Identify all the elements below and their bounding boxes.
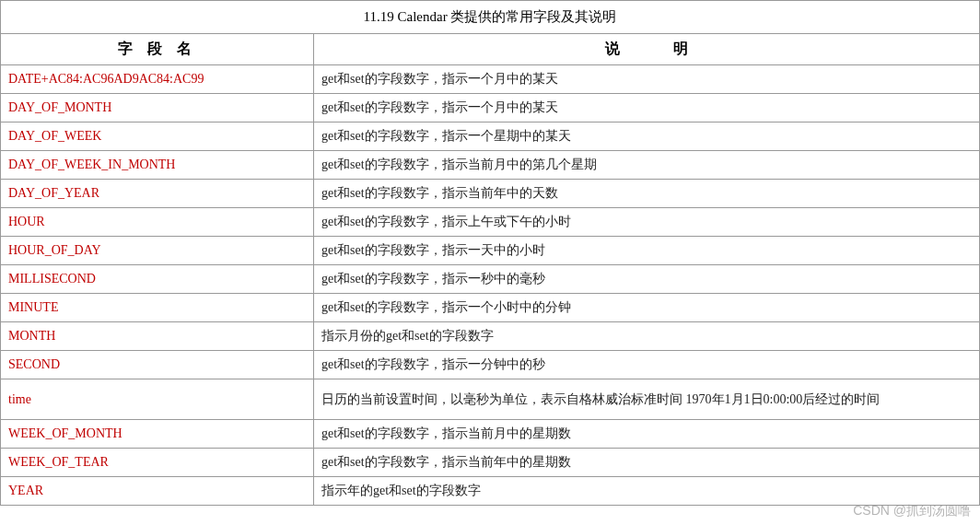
table-row: WEEK_OF_MONTHget和set的字段数字，指示当前月中的星期数: [1, 420, 980, 449]
table-row: HOUR_OF_DAYget和set的字段数字，指示一天中的小时: [1, 237, 980, 265]
table-row: SECONDget和set的字段数字，指示一分钟中的秒: [1, 351, 980, 379]
description-cell: get和set的字段数字，指示一秒中的毫秒: [314, 265, 980, 294]
table-row: DAY_OF_WEEKget和set的字段数字，指示一个星期中的某天: [1, 122, 980, 151]
description-cell: get和set的字段数字，指示一个月中的某天: [314, 94, 980, 122]
field-name-cell: MILLISECOND: [1, 265, 314, 294]
header-desc-part-b: 明: [673, 41, 688, 56]
description-cell: get和set的字段数字，指示当前年中的天数: [314, 180, 980, 208]
description-cell: 日历的当前设置时间，以毫秒为单位，表示自格林威治标准时间 1970年1月1日0:…: [314, 379, 980, 420]
description-cell: get和set的字段数字，指示一天中的小时: [314, 237, 980, 265]
table-header-row: 字 段 名 说 明: [1, 34, 980, 65]
field-name-cell: MINUTE: [1, 294, 314, 322]
table-row: DAY_OF_YEARget和set的字段数字，指示当前年中的天数: [1, 180, 980, 208]
description-cell: get和set的字段数字，指示上午或下午的小时: [314, 208, 980, 237]
description-cell: get和set的字段数字，指示一个小时中的分钟: [314, 294, 980, 322]
description-cell: get和set的字段数字，指示一个月中的某天: [314, 65, 980, 94]
description-cell: get和set的字段数字，指示当前月中的星期数: [314, 420, 980, 449]
table-row: MINUTEget和set的字段数字，指示一个小时中的分钟: [1, 294, 980, 322]
table-row: MONTH指示月份的get和set的字段数字: [1, 322, 980, 351]
description-cell: 指示月份的get和set的字段数字: [314, 322, 980, 351]
table-row: DAY_OF_WEEK_IN_MONTHget和set的字段数字，指示当前月中的…: [1, 151, 980, 180]
table-title: 11.19 Calendar 类提供的常用字段及其说明: [1, 1, 980, 34]
calendar-fields-table: 11.19 Calendar 类提供的常用字段及其说明 字 段 名 说 明 DA…: [0, 0, 980, 506]
description-cell: get和set的字段数字，指示当前月中的第几个星期: [314, 151, 980, 180]
table-row: DAY_OF_MONTHget和set的字段数字，指示一个月中的某天: [1, 94, 980, 122]
field-name-cell: SECOND: [1, 351, 314, 379]
field-name-cell: HOUR: [1, 208, 314, 237]
field-name-cell: DAY_OF_MONTH: [1, 94, 314, 122]
field-name-cell: DATE+AC84:AC96AD9AC84:AC99: [1, 65, 314, 94]
table-row: MILLISECONDget和set的字段数字，指示一秒中的毫秒: [1, 265, 980, 294]
description-cell: get和set的字段数字，指示一分钟中的秒: [314, 351, 980, 379]
field-name-cell: MONTH: [1, 322, 314, 351]
field-name-cell: DAY_OF_WEEK_IN_MONTH: [1, 151, 314, 180]
description-cell: 指示年的get和set的字段数字: [314, 477, 980, 506]
table-title-row: 11.19 Calendar 类提供的常用字段及其说明: [1, 1, 980, 34]
table-row: time日历的当前设置时间，以毫秒为单位，表示自格林威治标准时间 1970年1月…: [1, 379, 980, 420]
field-name-cell: WEEK_OF_MONTH: [1, 420, 314, 449]
field-name-cell: DAY_OF_YEAR: [1, 180, 314, 208]
description-cell: get和set的字段数字，指示当前年中的星期数: [314, 449, 980, 477]
field-name-cell: DAY_OF_WEEK: [1, 122, 314, 151]
field-name-cell: time: [1, 379, 314, 420]
header-field-name: 字 段 名: [1, 34, 314, 65]
table-row: DATE+AC84:AC96AD9AC84:AC99get和set的字段数字，指…: [1, 65, 980, 94]
table-row: HOURget和set的字段数字，指示上午或下午的小时: [1, 208, 980, 237]
table-row: YEAR指示年的get和set的字段数字: [1, 477, 980, 506]
field-name-cell: YEAR: [1, 477, 314, 506]
table-row: WEEK_OF_TEARget和set的字段数字，指示当前年中的星期数: [1, 449, 980, 477]
header-description: 说 明: [314, 34, 980, 65]
field-name-cell: WEEK_OF_TEAR: [1, 449, 314, 477]
field-name-cell: HOUR_OF_DAY: [1, 237, 314, 265]
description-cell: get和set的字段数字，指示一个星期中的某天: [314, 122, 980, 151]
header-desc-part-a: 说: [605, 41, 620, 56]
